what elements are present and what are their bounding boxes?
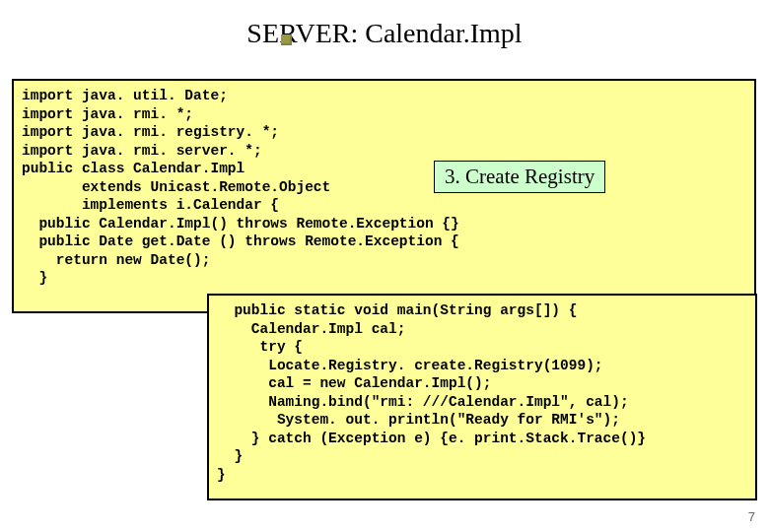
code-block-server-class: import java. util. Date; import java. rm… xyxy=(12,79,756,313)
slide-title: SERVER: Calendar.Impl xyxy=(0,0,769,59)
callout-create-registry: 3. Create Registry xyxy=(434,161,605,193)
slide-number: 7 xyxy=(748,509,755,524)
title-bullet xyxy=(281,34,292,45)
code-block-main-method: public static void main(String args[]) {… xyxy=(207,294,757,500)
